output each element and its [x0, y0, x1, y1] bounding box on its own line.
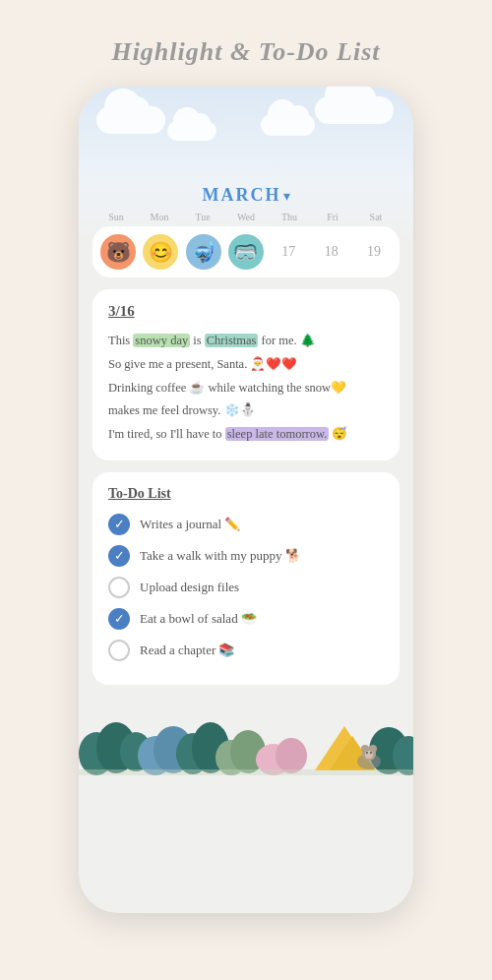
weekday-wed: Wed — [226, 212, 266, 222]
journal-text: This snowy day is Christmas for me. 🌲 So… — [108, 330, 384, 447]
cal-day-19: 19 — [354, 244, 394, 260]
journal-section: 3/16 This snowy day is Christmas for me.… — [92, 289, 400, 460]
weekdays-row: Sun Mon Tue Wed Thu Fri Sat — [92, 212, 400, 222]
avatar-15: 🤿 — [186, 234, 221, 270]
avatar-16: 🥽 — [228, 234, 264, 270]
calendar-dates: 🐻 😊 🤿 🥽 17 18 19 — [92, 226, 400, 277]
todo-label-4: Eat a bowl of salad 🥗 — [140, 611, 257, 627]
cal-day-15: 🤿 — [184, 234, 223, 270]
svg-point-10 — [276, 738, 307, 773]
weekday-sun: Sun — [96, 212, 136, 222]
month-header: MARCH▾ — [79, 87, 413, 206]
todo-title: To-Do List — [108, 486, 384, 502]
highlight-christmas: Christmas — [205, 334, 259, 347]
cal-day-16: 🥽 — [226, 234, 266, 270]
todo-label-3: Upload design files — [140, 580, 239, 595]
svg-point-21 — [370, 752, 372, 754]
forest-illustration — [79, 697, 413, 775]
month-arrow: ▾ — [283, 189, 290, 204]
checkmark-2: ✓ — [114, 549, 125, 562]
cal-day-18: 18 — [312, 244, 351, 260]
journal-line-2: So give me a present, Santa. 🎅❤️❤️ — [108, 353, 384, 377]
weekday-sat: Sat — [356, 212, 396, 222]
weekday-fri: Fri — [313, 212, 352, 222]
todo-label-5: Read a chapter 📚 — [140, 643, 234, 658]
highlight-snowy-day: snowy day — [133, 334, 190, 347]
phone-frame: MARCH▾ Sun Mon Tue Wed Thu Fri Sat 🐻 — [79, 87, 413, 913]
todo-label-1: Writes a journal ✏️ — [140, 517, 240, 532]
todo-check-3[interactable] — [108, 577, 130, 598]
journal-line-3: Drinking coffee ☕ while watching the sno… — [108, 377, 384, 400]
cal-day-13: 🐻 — [98, 234, 138, 270]
svg-rect-22 — [79, 769, 413, 775]
highlight-sleep-late: sleep late tomorrow. — [225, 427, 330, 441]
journal-date: 3/16 — [108, 303, 384, 320]
todo-item-3[interactable]: Upload design files — [108, 577, 384, 598]
month-label: MARCH — [203, 185, 281, 205]
todo-item-4[interactable]: ✓ Eat a bowl of salad 🥗 — [108, 608, 384, 630]
todo-item-2[interactable]: ✓ Take a walk with my puppy 🐕 — [108, 545, 384, 567]
todo-item-1[interactable]: ✓ Writes a journal ✏️ — [108, 514, 384, 535]
weekday-mon: Mon — [140, 212, 179, 222]
phone-scroll[interactable]: MARCH▾ Sun Mon Tue Wed Thu Fri Sat 🐻 — [79, 87, 413, 913]
checkmark-4: ✓ — [114, 612, 125, 625]
weekday-thu: Thu — [270, 212, 309, 222]
svg-point-19 — [365, 751, 373, 759]
avatar-14: 😊 — [143, 234, 178, 270]
todo-item-5[interactable]: Read a chapter 📚 — [108, 640, 384, 661]
todo-check-4[interactable]: ✓ — [108, 608, 130, 630]
weekday-tue: Tue — [183, 212, 222, 222]
journal-line-5: I'm tired, so I'll have to sleep late to… — [108, 423, 384, 447]
checkmark-1: ✓ — [114, 518, 125, 530]
calendar-section: Sun Mon Tue Wed Thu Fri Sat 🐻 😊 — [79, 212, 413, 277]
cal-day-17: 17 — [269, 244, 308, 260]
cal-day-14: 😊 — [141, 234, 180, 270]
todo-section: To-Do List ✓ Writes a journal ✏️ ✓ Take … — [92, 472, 400, 685]
todo-label-2: Take a walk with my puppy 🐕 — [140, 548, 301, 564]
journal-line-1: This snowy day is Christmas for me. 🌲 — [108, 330, 384, 353]
todo-check-2[interactable]: ✓ — [108, 545, 130, 567]
avatar-13: 🐻 — [100, 234, 136, 270]
todo-check-1[interactable]: ✓ — [108, 514, 130, 535]
forest-svg — [79, 697, 413, 775]
svg-point-20 — [366, 752, 368, 754]
journal-line-4: makes me feel drowsy. ❄️⛄ — [108, 399, 384, 423]
page-title: Highlight & To-Do List — [111, 37, 380, 67]
todo-check-5[interactable] — [108, 640, 130, 661]
